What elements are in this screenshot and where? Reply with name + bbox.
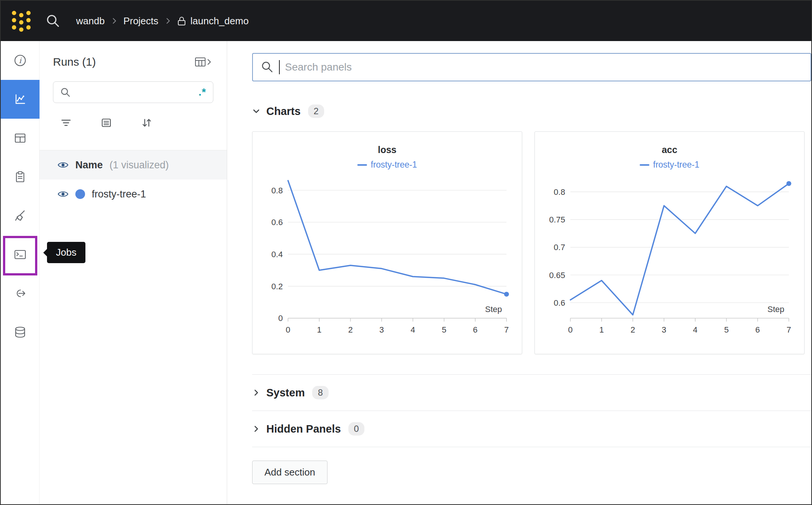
eye-icon bbox=[57, 188, 69, 200]
legend-run-label: frosty-tree-1 bbox=[653, 160, 699, 170]
svg-text:2: 2 bbox=[630, 325, 635, 334]
runs-header: Runs (1) bbox=[40, 54, 227, 70]
sidebar-item-jobs[interactable] bbox=[1, 235, 40, 274]
section-count-badge: 0 bbox=[348, 422, 364, 436]
launch-arrow-icon bbox=[13, 287, 27, 300]
app-window: wandb Projects launch_demo bbox=[0, 0, 812, 505]
breadcrumb-project-name: launch_demo bbox=[191, 15, 249, 27]
list-icon bbox=[101, 117, 112, 128]
legend-line-swatch bbox=[357, 164, 367, 166]
breadcrumb-projects[interactable]: Projects bbox=[123, 15, 159, 27]
search-icon bbox=[60, 87, 70, 97]
chart-title: acc bbox=[535, 144, 804, 155]
runs-panel: Runs (1) .* bbox=[40, 41, 227, 505]
visibility-all-toggle[interactable] bbox=[57, 159, 69, 171]
jobs-tooltip: Jobs bbox=[47, 242, 85, 263]
svg-text:0: 0 bbox=[278, 314, 283, 323]
section-label: System bbox=[266, 387, 305, 399]
chart-panel-loss[interactable]: loss frosty-tree-1 00.20.40.60.801234567… bbox=[252, 131, 522, 354]
section-label: Charts bbox=[266, 105, 301, 118]
chevron-right-icon bbox=[252, 389, 260, 397]
sidebar-item-reports[interactable] bbox=[1, 158, 40, 196]
table-icon bbox=[13, 131, 27, 145]
sidebar-item-workspace[interactable] bbox=[1, 80, 40, 119]
sidebar-item-artifacts[interactable] bbox=[1, 313, 40, 352]
charts-grid: loss frosty-tree-1 00.20.40.60.801234567… bbox=[252, 131, 811, 354]
svg-text:0: 0 bbox=[568, 325, 573, 334]
run-name: frosty-tree-1 bbox=[92, 188, 146, 200]
svg-text:0.6: 0.6 bbox=[554, 298, 565, 308]
runs-search-input[interactable] bbox=[76, 87, 193, 98]
sort-arrows-icon bbox=[141, 117, 152, 128]
chevron-right-icon bbox=[252, 425, 260, 433]
regex-toggle-button[interactable]: .* bbox=[198, 86, 206, 98]
svg-text:0.7: 0.7 bbox=[554, 243, 565, 252]
chart-panel-acc[interactable]: acc frosty-tree-1 0.60.650.70.750.801234… bbox=[534, 131, 805, 354]
info-icon: i bbox=[13, 54, 27, 67]
sidebar-item-table[interactable] bbox=[1, 119, 40, 158]
svg-text:4: 4 bbox=[693, 325, 697, 334]
line-chart-icon bbox=[13, 93, 27, 106]
filter-button[interactable] bbox=[60, 117, 72, 128]
sort-button[interactable] bbox=[141, 117, 152, 128]
tooltip-label: Jobs bbox=[56, 247, 76, 258]
filter-icon bbox=[60, 117, 72, 128]
svg-text:Step: Step bbox=[768, 305, 784, 314]
sidebar-item-sweeps[interactable] bbox=[1, 196, 40, 235]
section-count-badge: 8 bbox=[312, 386, 328, 399]
svg-text:1: 1 bbox=[317, 325, 322, 334]
run-row[interactable]: frosty-tree-1 bbox=[40, 180, 227, 209]
svg-text:7: 7 bbox=[787, 325, 791, 334]
global-search-icon[interactable] bbox=[46, 13, 60, 28]
search-panels-placeholder: Search panels bbox=[285, 61, 352, 73]
section-label: Hidden Panels bbox=[266, 423, 341, 435]
runs-name-header-row[interactable]: Name (1 visualized) bbox=[40, 150, 227, 180]
jobs-highlight-box bbox=[3, 236, 37, 275]
run-visibility-toggle[interactable] bbox=[57, 188, 69, 200]
left-icon-rail: i bbox=[1, 41, 40, 505]
svg-text:0.65: 0.65 bbox=[549, 271, 565, 280]
sidebar-item-automations[interactable] bbox=[1, 274, 40, 313]
group-button[interactable] bbox=[101, 117, 112, 128]
chart-legend: frosty-tree-1 bbox=[535, 160, 804, 170]
lock-icon bbox=[177, 16, 186, 26]
run-color-dot[interactable] bbox=[75, 189, 85, 199]
content-area: i bbox=[1, 41, 811, 505]
runs-toolbar bbox=[40, 116, 227, 129]
acc-line-chart: 0.60.650.70.750.801234567Step bbox=[540, 172, 799, 345]
search-icon bbox=[261, 61, 274, 74]
svg-text:0.75: 0.75 bbox=[549, 215, 565, 224]
section-header-hidden-panels[interactable]: Hidden Panels 0 bbox=[252, 411, 364, 447]
runs-title: Runs (1) bbox=[53, 56, 96, 68]
section-divider bbox=[252, 447, 811, 447]
runs-search-box: .* bbox=[53, 81, 213, 103]
svg-text:i: i bbox=[19, 56, 22, 65]
text-caret bbox=[279, 60, 280, 74]
eye-icon bbox=[57, 159, 69, 171]
svg-text:2: 2 bbox=[348, 325, 352, 334]
clipboard-icon bbox=[13, 170, 27, 184]
wandb-logo-icon[interactable] bbox=[10, 9, 32, 32]
svg-text:0: 0 bbox=[286, 325, 290, 334]
chart-legend: frosty-tree-1 bbox=[253, 160, 522, 170]
breadcrumb: wandb Projects launch_demo bbox=[76, 15, 249, 27]
add-section-button[interactable]: Add section bbox=[252, 461, 327, 484]
search-panels-input[interactable]: Search panels bbox=[252, 53, 811, 81]
breadcrumb-separator bbox=[165, 17, 170, 25]
svg-text:Step: Step bbox=[485, 305, 502, 314]
sidebar-item-overview[interactable]: i bbox=[1, 41, 40, 80]
section-divider bbox=[252, 374, 811, 375]
runs-visualized-count: (1 visualized) bbox=[110, 159, 169, 171]
runs-table-view-button[interactable] bbox=[195, 56, 212, 68]
tooltip-arrow bbox=[43, 249, 47, 256]
svg-text:6: 6 bbox=[755, 325, 760, 334]
svg-text:5: 5 bbox=[724, 325, 728, 334]
breadcrumb-org[interactable]: wandb bbox=[76, 15, 105, 27]
section-header-charts[interactable]: Charts 2 bbox=[252, 103, 324, 119]
breadcrumb-project[interactable]: launch_demo bbox=[177, 15, 249, 27]
runs-column-name: Name bbox=[75, 159, 103, 171]
section-header-system[interactable]: System 8 bbox=[252, 375, 329, 411]
section-count-badge: 2 bbox=[308, 105, 324, 118]
legend-line-swatch bbox=[640, 164, 649, 166]
database-icon bbox=[13, 325, 27, 339]
